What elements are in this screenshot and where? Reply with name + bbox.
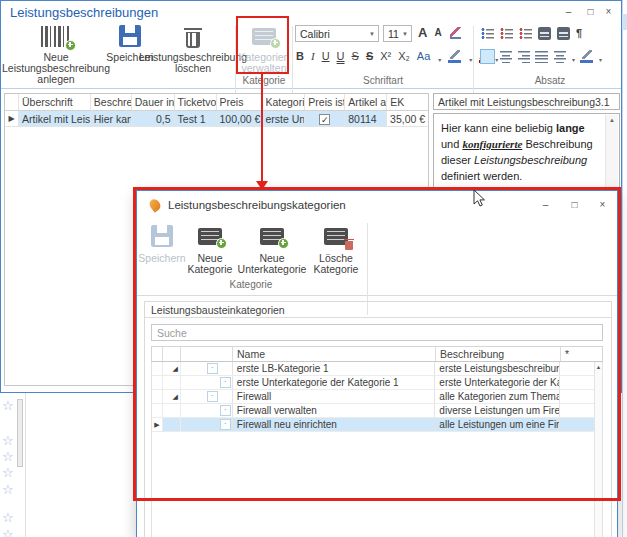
subscript-button[interactable]: X₂ (398, 50, 410, 63)
column-header[interactable]: Beschrei... (91, 94, 132, 110)
options-cell: · (180, 376, 232, 389)
manage-categories-button[interactable]: Kategorien verwalten (239, 23, 289, 74)
align-right-button[interactable] (517, 50, 530, 63)
cell-preis-ist-inklusive[interactable]: ✓ (305, 111, 345, 126)
minimize-button[interactable]: – (560, 4, 577, 19)
numbered-list-icon[interactable] (500, 27, 513, 40)
checkbox-checked-icon[interactable]: ✓ (319, 114, 330, 125)
column-header[interactable]: Preis ist i... (305, 94, 345, 110)
font-size-combobox[interactable]: 11 ▼ (383, 25, 412, 42)
column-header[interactable]: Artikel a... (345, 94, 387, 110)
column-header[interactable]: Preis (217, 94, 263, 110)
highlight-color-icon[interactable] (448, 50, 461, 63)
close-button[interactable]: × (600, 4, 617, 19)
column-header[interactable]: EK (387, 94, 428, 110)
cell-dauer[interactable]: 0,5 (132, 111, 175, 126)
superscript-button[interactable]: X² (380, 50, 391, 63)
chevron-down-icon[interactable]: ▾ (599, 56, 602, 63)
change-case-button[interactable]: Aa (417, 50, 430, 63)
bold-button[interactable]: B (296, 50, 304, 63)
star-icon[interactable]: ☆ (2, 434, 14, 447)
tree-row[interactable]: ◢·erste LB-Kategorie 1erste Leistungsbes… (152, 362, 594, 376)
background-scrollbar-track (25, 393, 26, 537)
clear-formatting-icon[interactable] (449, 26, 462, 39)
scroll-up-icon[interactable]: ▲ (595, 364, 602, 370)
scrollbar[interactable]: ▲ (594, 362, 603, 537)
tree-row[interactable]: ▶·Firewall neu einrichtenalle Leistungen… (152, 418, 594, 432)
delete-service-description-button[interactable]: Leistungsbeschreibung löschen (151, 23, 235, 74)
cell-artikelnummer[interactable]: 80114 (345, 111, 387, 126)
column-header-beschreibung[interactable]: Beschreibung (435, 347, 560, 361)
column-header-star[interactable]: * (560, 347, 594, 361)
row-options-button[interactable]: · (207, 363, 218, 374)
shrink-font-button[interactable]: A (434, 26, 441, 39)
star-cell (559, 404, 594, 417)
chevron-down-icon[interactable]: ▾ (469, 56, 472, 63)
tree-row[interactable]: ·erste Unterkategorie der Kategorie 1ers… (152, 376, 594, 390)
detail-title-input[interactable] (433, 93, 620, 110)
underline-button[interactable]: U (322, 50, 330, 63)
row-indicator-cell (152, 376, 162, 389)
pilcrow-button[interactable]: ¶ (576, 27, 582, 40)
cell-ticketvorlage[interactable]: Test 1 (175, 111, 217, 126)
cell-ek[interactable]: 35,00 € (387, 111, 428, 126)
row-options-button[interactable]: · (220, 377, 231, 388)
row-options-button[interactable]: · (207, 391, 218, 402)
row-options-button[interactable]: · (220, 405, 231, 416)
align-left-button[interactable] (481, 50, 494, 63)
align-justify-button[interactable] (535, 50, 548, 63)
search-input[interactable] (151, 324, 603, 341)
scroll-up-icon[interactable]: ▲ (606, 117, 618, 123)
strikethrough-button[interactable]: S (352, 50, 359, 63)
close-button[interactable]: × (594, 197, 611, 212)
star-icon[interactable]: ☆ (2, 483, 14, 496)
chevron-down-icon[interactable]: ▾ (438, 56, 441, 63)
background-scrollbar-thumb[interactable] (17, 399, 23, 467)
ribbon-group-kategorie-label: Kategorie (239, 75, 289, 86)
new-category-button[interactable]: Neue Kategorie (185, 223, 235, 275)
column-header[interactable]: Kategorie (262, 94, 305, 110)
italic-button[interactable]: I (311, 50, 315, 63)
cell-preis[interactable]: 100,00 € (217, 111, 263, 126)
star-icon[interactable]: ☆ (2, 466, 14, 479)
bullet-list-icon[interactable] (481, 27, 494, 40)
maximize-button[interactable]: □ (566, 197, 583, 212)
double-strikethrough-button[interactable]: S (366, 50, 373, 63)
font-family-combobox[interactable]: Calibri ▼ (295, 25, 379, 42)
group-separator (473, 26, 474, 102)
new-service-description-button[interactable]: Neue Leistungsbeschreibung anlegen (3, 23, 109, 85)
table-row[interactable]: ▶ Artikel mit Leist... Hier kan... 0,5 T… (5, 111, 428, 127)
delete-category-button[interactable]: Lösche Kategorie (309, 223, 363, 275)
decrease-indent-icon[interactable] (538, 27, 551, 40)
plus-badge-icon (278, 238, 289, 249)
line-spacing-icon[interactable] (553, 50, 566, 63)
app-flame-icon (147, 197, 162, 213)
star-icon[interactable]: ☆ (2, 450, 14, 463)
maximize-button[interactable]: □ (582, 4, 599, 19)
cell-ueberschrift[interactable]: Artikel mit Leist... (19, 111, 91, 126)
options-cell: · (180, 390, 232, 403)
multilevel-list-icon[interactable] (519, 27, 532, 40)
new-subcategory-button[interactable]: Neue Unterkategorie (235, 223, 309, 275)
column-header[interactable]: Dauer in... (132, 94, 175, 110)
shading-icon[interactable] (580, 50, 593, 63)
row-options-button[interactable]: · (220, 419, 231, 430)
double-underline-button[interactable]: U (337, 50, 345, 63)
cell-beschreibung[interactable]: Hier kan... (91, 111, 132, 126)
save-button[interactable]: Speichern (139, 223, 185, 264)
star-cell (559, 376, 594, 389)
cell-kategorie[interactable]: erste Un... (262, 111, 305, 126)
minimize-button[interactable]: – (537, 197, 554, 212)
tree-row[interactable]: ·Firewall verwaltendiverse Leistungen um… (152, 404, 594, 418)
tree-row[interactable]: ◢·Firewallalle Kategorien zum Thema Leis… (152, 390, 594, 404)
column-header[interactable]: Überschrift (19, 94, 91, 110)
column-header[interactable]: Ticketvor... (175, 94, 217, 110)
star-icon[interactable]: ☆ (2, 528, 14, 537)
star-icon[interactable]: ☆ (2, 399, 14, 412)
chevron-down-icon[interactable]: ▾ (572, 56, 575, 63)
increase-indent-icon[interactable] (557, 27, 570, 40)
star-icon[interactable]: ☆ (2, 511, 14, 524)
align-center-button[interactable] (499, 50, 512, 63)
column-header-name[interactable]: Name (232, 347, 435, 361)
grow-font-button[interactable]: A (418, 26, 427, 39)
